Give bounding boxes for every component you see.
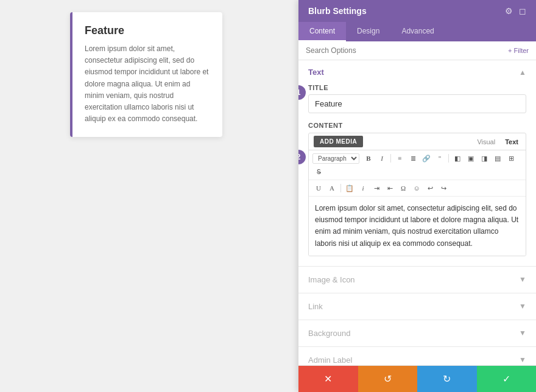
admin-label-title: Admin Label (308, 355, 352, 365)
blockquote-button[interactable]: " (434, 152, 446, 164)
content-field-label: Content (308, 122, 526, 129)
outdent-button[interactable]: ⇤ (384, 182, 396, 194)
tab-bar: Content Design Advanced (298, 22, 536, 41)
unordered-list-button[interactable]: ≡ (393, 152, 406, 164)
toolbar-sep-2 (448, 154, 449, 163)
image-icon-chevron-icon: ▼ (519, 275, 526, 284)
text-section-title: Text (308, 68, 324, 77)
badge-2: 2 (298, 150, 306, 164)
filter-button[interactable]: + Filter (508, 47, 529, 54)
tab-design[interactable]: Design (346, 22, 390, 41)
save-button[interactable]: ✓ (477, 366, 537, 392)
strikethrough-button[interactable]: S̶ (312, 166, 325, 178)
text-section-content: 1 Title 2 Content ADD MEDIA Visual Text (298, 84, 536, 266)
preview-content: Lorem ipsum dolor sit amet, consectetur … (85, 43, 210, 125)
special-char-button[interactable]: Ω (397, 182, 409, 194)
align-left-button[interactable]: ◧ (451, 152, 464, 164)
table-button[interactable]: ⊞ (505, 152, 517, 164)
align-center-button[interactable]: ▣ (465, 152, 477, 164)
redo-button[interactable]: ↻ (417, 366, 477, 392)
undo-button[interactable]: ↩ (424, 182, 436, 194)
editor-content[interactable]: Lorem ipsum dolor sit amet, consectetur … (309, 197, 526, 256)
text-chevron-up-icon: ▲ (519, 68, 526, 77)
toolbar-row-2: U A 📋 i ⇥ ⇤ Ω ☺ ↩ ↪ (309, 180, 526, 197)
emoji-button[interactable]: ☺ (411, 182, 423, 194)
preview-card: Feature Lorem ipsum dolor sit amet, cons… (70, 12, 222, 137)
visual-text-tabs: Visual Text (474, 137, 521, 147)
link-section[interactable]: Link ▼ (298, 293, 536, 320)
link-button[interactable]: 🔗 (420, 152, 432, 164)
align-right-button[interactable]: ◨ (478, 152, 490, 164)
editor-top: ADD MEDIA Visual Text (309, 133, 526, 150)
italic2-button[interactable]: i (357, 182, 369, 194)
admin-label-section[interactable]: Admin Label ▼ (298, 347, 536, 365)
bold-button[interactable]: B (362, 152, 375, 164)
add-media-button[interactable]: ADD MEDIA (314, 136, 363, 147)
indent-button[interactable]: ⇥ (370, 182, 383, 194)
paste-button[interactable]: 📋 (344, 182, 356, 194)
link-chevron-icon: ▼ (519, 302, 526, 310)
background-title: Background (308, 329, 350, 338)
ordered-list-button[interactable]: ≣ (407, 152, 419, 164)
toolbar-row-1: Paragraph B I ≡ ≣ 🔗 " ◧ ▣ ◨ ▤ (309, 150, 526, 180)
panel-header: Blurb Settings ⚙ ◻ (298, 0, 536, 22)
panel-header-icons: ⚙ ◻ (505, 6, 526, 16)
title-input[interactable] (308, 94, 526, 113)
panel-body: Text ▲ 1 Title 2 Content ADD MEDIA Visua… (298, 60, 536, 365)
settings-icon[interactable]: ⚙ (505, 6, 513, 16)
redo-toolbar-button[interactable]: ↪ (437, 182, 450, 194)
toolbar-sep-1 (390, 154, 391, 163)
tab-content[interactable]: Content (298, 22, 346, 41)
image-icon-section[interactable]: Image & Icon ▼ (298, 267, 536, 293)
link-title: Link (308, 302, 323, 311)
underline-button[interactable]: U (312, 182, 325, 194)
cancel-button[interactable]: ✕ (298, 366, 358, 392)
paragraph-select[interactable]: Paragraph (312, 153, 359, 164)
expand-icon[interactable]: ◻ (519, 6, 526, 16)
background-chevron-icon: ▼ (519, 329, 526, 337)
admin-label-chevron-icon: ▼ (519, 355, 526, 364)
panel-footer: ✕ ↺ ↻ ✓ (298, 365, 536, 392)
preview-title: Feature (85, 24, 210, 37)
search-input[interactable] (306, 46, 508, 55)
tab-text[interactable]: Text (503, 137, 521, 147)
badge-1: 1 (298, 85, 306, 100)
background-section[interactable]: Background ▼ (298, 320, 536, 347)
tab-visual[interactable]: Visual (474, 137, 498, 147)
text-section: Text ▲ 1 Title 2 Content ADD MEDIA Visua… (298, 60, 536, 267)
italic-button[interactable]: I (376, 152, 388, 164)
align-justify-button[interactable]: ▤ (492, 152, 504, 164)
editor-container: ADD MEDIA Visual Text Paragraph B I (308, 133, 526, 256)
search-bar: + Filter (298, 41, 536, 60)
text-color-button[interactable]: A (326, 182, 338, 194)
panel-title: Blurb Settings (308, 6, 367, 16)
settings-panel: Blurb Settings ⚙ ◻ Content Design Advanc… (298, 0, 536, 392)
text-section-header[interactable]: Text ▲ (298, 60, 536, 84)
tab-advanced[interactable]: Advanced (390, 22, 445, 41)
toolbar-sep-3 (340, 184, 341, 192)
reset-button[interactable]: ↺ (358, 366, 418, 392)
image-icon-title: Image & Icon (308, 275, 355, 284)
title-field-label: Title (308, 84, 526, 91)
preview-area: Feature Lorem ipsum dolor sit amet, cons… (0, 0, 292, 392)
